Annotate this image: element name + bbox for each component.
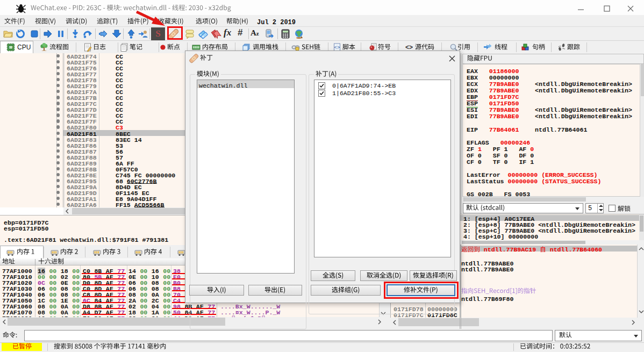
svg-text:<>: <> bbox=[334, 45, 340, 51]
svg-text:32: 32 bbox=[9, 46, 13, 49]
svg-text:<>: <> bbox=[405, 44, 413, 51]
